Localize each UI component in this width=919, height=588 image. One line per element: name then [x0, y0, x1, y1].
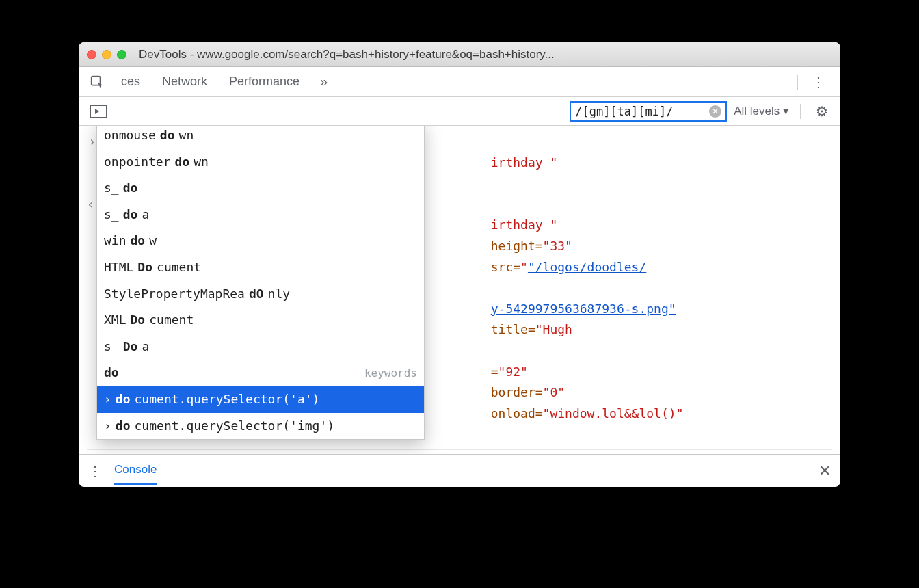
separator: [800, 104, 801, 119]
filter-input-wrapper: ✕: [570, 101, 727, 122]
ac-item[interactable]: HTMLDocument: [97, 254, 424, 281]
zoom-window-button[interactable]: [117, 50, 126, 59]
close-window-button[interactable]: [87, 50, 96, 59]
drawer: ⋮ Console ✕: [79, 454, 840, 487]
history-chevron-icon: ›: [104, 416, 111, 437]
link[interactable]: y-5429979563687936-s.png": [491, 302, 676, 316]
tab-performance[interactable]: Performance: [218, 67, 310, 96]
ac-item-selected[interactable]: ›document.querySelector('a'): [97, 386, 424, 413]
inspect-icon[interactable]: [84, 75, 110, 90]
separator: [87, 449, 832, 450]
link[interactable]: "/logos/doodles/: [528, 260, 646, 274]
console-toolbar: ✕ All levels ▾ ⚙: [79, 97, 840, 126]
more-tabs-button[interactable]: »: [310, 74, 337, 90]
window-title: DevTools - www.google.com/search?q=bash+…: [139, 48, 832, 62]
ac-item[interactable]: StylePropertyMapReadOnly: [97, 281, 424, 308]
ac-item[interactable]: dokeywords: [97, 360, 424, 386]
kebab-menu-icon[interactable]: ⋮: [802, 74, 835, 90]
devtools-window: DevTools - www.google.com/search?q=bash+…: [79, 42, 840, 487]
clear-filter-icon[interactable]: ✕: [709, 105, 721, 118]
ac-item[interactable]: onmousedown: [97, 126, 424, 149]
separator: [797, 75, 798, 90]
ac-item[interactable]: ›document.querySelector('img'): [97, 413, 424, 440]
ac-item[interactable]: window: [97, 228, 424, 254]
ac-item[interactable]: s_do: [97, 175, 424, 202]
console-body: onmousedown onpointerdown s_do s_doa win…: [79, 126, 840, 454]
filter-input[interactable]: [575, 105, 698, 118]
settings-gear-icon[interactable]: ⚙: [812, 103, 832, 120]
drawer-menu-icon[interactable]: ⋮: [88, 463, 102, 479]
titlebar: DevTools - www.google.com/search?q=bash+…: [79, 42, 840, 67]
history-chevron-icon: ›: [104, 389, 111, 410]
close-drawer-icon[interactable]: ✕: [818, 462, 831, 480]
ac-item[interactable]: onpointerdown: [97, 149, 424, 176]
ac-item[interactable]: s_doa: [97, 202, 424, 228]
minimize-window-button[interactable]: [102, 50, 111, 59]
ac-item[interactable]: s_Doa: [97, 334, 424, 360]
execution-context-icon[interactable]: [90, 105, 107, 118]
tab-network[interactable]: Network: [151, 67, 218, 96]
panel-tabs: ces Network Performance » ⋮: [79, 67, 840, 97]
log-levels-dropdown[interactable]: All levels ▾: [734, 104, 789, 118]
drawer-tab-console[interactable]: Console: [114, 463, 157, 485]
traffic-lights: [87, 50, 126, 59]
autocomplete-popup: onmousedown onpointerdown s_do s_doa win…: [96, 126, 425, 440]
ac-item[interactable]: XMLDocument: [97, 307, 424, 334]
tab-sources-clipped[interactable]: ces: [110, 67, 151, 96]
